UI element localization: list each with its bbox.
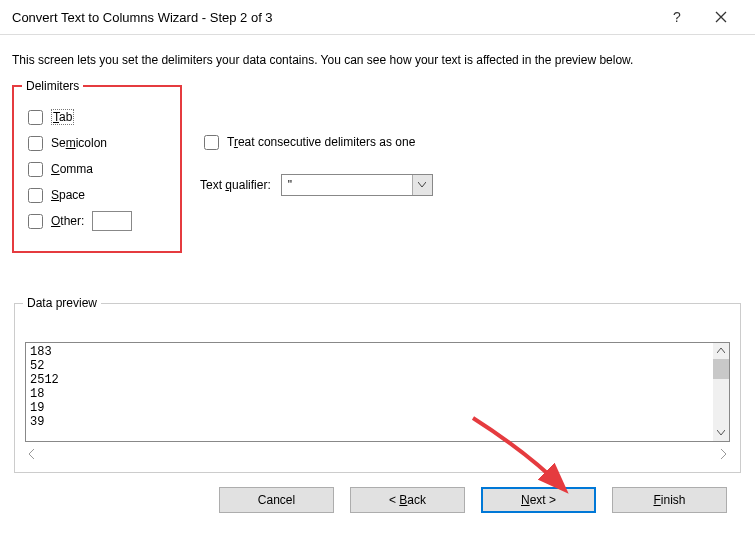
horizontal-scrollbar[interactable] — [25, 444, 730, 464]
next-button[interactable]: Next > — [481, 487, 596, 513]
scroll-thumb[interactable] — [713, 359, 729, 379]
cancel-button[interactable]: Cancel — [219, 487, 334, 513]
other-label: Other: — [51, 214, 84, 228]
preview-line: 52 — [30, 359, 725, 373]
qualifier-label: Text qualifier: — [200, 178, 271, 192]
semicolon-label: Semicolon — [51, 136, 107, 150]
intro-text: This screen lets you set the delimiters … — [10, 53, 745, 67]
space-checkbox[interactable] — [28, 188, 43, 203]
qualifier-value: " — [282, 175, 412, 195]
consecutive-checkbox[interactable] — [204, 135, 219, 150]
close-icon — [715, 11, 727, 23]
scroll-up-icon[interactable] — [713, 343, 729, 359]
close-button[interactable] — [699, 2, 743, 32]
preview-line: 18 — [30, 387, 725, 401]
back-button[interactable]: < Back — [350, 487, 465, 513]
preview-line: 183 — [30, 345, 725, 359]
comma-label: Comma — [51, 162, 93, 176]
comma-checkbox[interactable] — [28, 162, 43, 177]
delimiters-group-label: Delimiters — [22, 79, 83, 93]
tab-checkbox[interactable] — [28, 110, 43, 125]
titlebar: Convert Text to Columns Wizard - Step 2 … — [0, 0, 755, 35]
button-row: Cancel < Back Next > Finish — [10, 473, 745, 519]
other-input[interactable] — [92, 211, 132, 231]
consecutive-label: Treat consecutive delimiters as one — [227, 135, 415, 149]
preview-group-label: Data preview — [23, 296, 101, 310]
semicolon-checkbox[interactable] — [28, 136, 43, 151]
chevron-down-icon — [418, 182, 426, 188]
delimiters-group: Delimiters Tab Semicolon Comma Space Oth… — [12, 85, 182, 253]
finish-button[interactable]: Finish — [612, 487, 727, 513]
preview-group: Data preview 183 52 2512 18 19 39 — [14, 303, 741, 473]
tab-label: Tab — [51, 110, 74, 124]
preview-line: 39 — [30, 415, 725, 429]
preview-line: 19 — [30, 401, 725, 415]
scroll-left-icon[interactable] — [29, 449, 35, 459]
window-title: Convert Text to Columns Wizard - Step 2 … — [12, 10, 655, 25]
scroll-right-icon[interactable] — [720, 449, 726, 459]
scroll-down-icon[interactable] — [713, 425, 729, 441]
other-checkbox[interactable] — [28, 214, 43, 229]
vertical-scrollbar[interactable] — [713, 343, 729, 441]
help-button[interactable]: ? — [655, 2, 699, 32]
qualifier-combobox[interactable]: " — [281, 174, 433, 196]
preview-line: 2512 — [30, 373, 725, 387]
qualifier-dropdown-button[interactable] — [412, 175, 432, 195]
space-label: Space — [51, 188, 85, 202]
preview-box: 183 52 2512 18 19 39 — [25, 342, 730, 442]
